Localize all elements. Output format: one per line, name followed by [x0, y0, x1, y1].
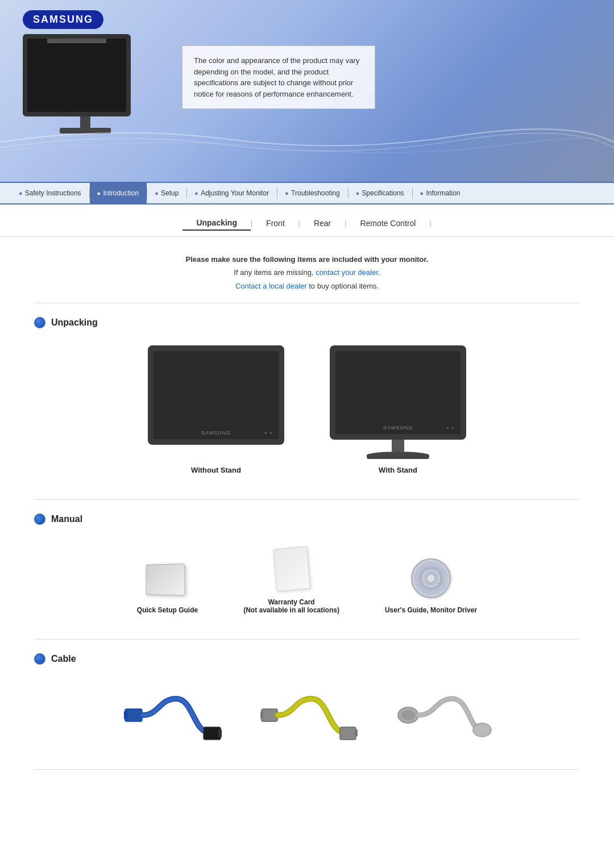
sub-nav-front[interactable]: Front	[252, 216, 298, 230]
manual-section-title: Manual	[51, 514, 82, 524]
intro-line2: If any items are missing, contact your d…	[34, 266, 580, 279]
svg-rect-3	[218, 729, 222, 737]
samsung-logo: SAMSUNG	[23, 10, 103, 29]
nav-safety-instructions[interactable]: Safety Instructions	[11, 183, 89, 203]
intro-text-block: Please make sure the following items are…	[34, 237, 580, 303]
bottom-spacer	[34, 770, 580, 792]
nav-setup[interactable]: Setup	[147, 183, 186, 203]
svg-rect-1	[124, 711, 127, 719]
users-guide-label: User's Guide, Monitor Driver	[385, 606, 477, 614]
svg-rect-6	[340, 727, 356, 740]
monitor-stand-art: ✦ ✦	[324, 345, 472, 459]
monitor-neck	[392, 440, 404, 452]
cable-3-art	[392, 687, 495, 744]
warranty-card-icon	[272, 546, 310, 592]
with-stand-label: With Stand	[379, 466, 417, 474]
contact-dealer-link[interactable]: contact your dealer	[316, 268, 378, 277]
monitor-with-stand: ✦ ✦ With Stand	[324, 345, 472, 474]
cable-section-icon	[34, 653, 45, 665]
svg-rect-2	[204, 727, 221, 740]
manual-section-header: Manual	[34, 514, 580, 525]
cd-icon	[411, 558, 451, 598]
header-banner: SAMSUNG The color and appearance of the …	[0, 0, 614, 182]
unpacking-section-title: Unpacking	[51, 318, 98, 328]
nav-adjusting[interactable]: Adjusting Your Monitor	[187, 183, 277, 203]
intro-line3: Contact a local dealer to buy optional i…	[34, 279, 580, 293]
monitor-base	[367, 452, 429, 459]
sub-nav: Unpacking | Front | Rear | Remote Contro…	[0, 205, 614, 237]
sub-nav-remote-control[interactable]: Remote Control	[346, 216, 429, 230]
monitor-without-stand: ✦ ✦ Without Stand	[142, 345, 290, 474]
svg-point-9	[401, 710, 415, 720]
monitor-no-stand-art: ✦ ✦	[142, 345, 290, 459]
sub-nav-rear[interactable]: Rear	[300, 216, 345, 230]
nav-specifications[interactable]: Specifications	[349, 183, 412, 203]
warranty-card-label: Warranty Card(Not available in all locat…	[243, 598, 339, 614]
cable-2-art	[256, 687, 358, 744]
without-stand-label: Without Stand	[191, 466, 241, 474]
intro-line1: Please make sure the following items are…	[34, 253, 580, 266]
svg-rect-7	[355, 729, 358, 736]
svg-rect-5	[260, 712, 263, 719]
quick-setup-guide-label: Quick Setup Guide	[137, 606, 198, 614]
nav-bar: Safety Instructions Introduction Setup A…	[0, 182, 614, 205]
svg-point-10	[473, 723, 491, 737]
unpacking-section: Unpacking ✦ ✦ Without Stand ✦ ✦	[34, 303, 580, 500]
unpacking-section-header: Unpacking	[34, 317, 580, 328]
sub-nav-sep-4: |	[429, 219, 431, 227]
quick-setup-guide-item: Quick Setup Guide	[137, 564, 198, 614]
manual-section: Manual Quick Setup Guide Warranty Card(N…	[34, 500, 580, 640]
local-dealer-link[interactable]: Contact a local dealer	[235, 282, 307, 290]
cable-section-header: Cable	[34, 653, 580, 665]
main-content: Please make sure the following items are…	[0, 237, 614, 792]
users-guide-item: User's Guide, Monitor Driver	[385, 558, 477, 614]
unpacking-section-icon	[34, 317, 45, 328]
nav-introduction[interactable]: Introduction	[90, 183, 147, 203]
manual-section-icon	[34, 514, 45, 525]
cable-items-grid	[34, 676, 580, 756]
sub-nav-unpacking[interactable]: Unpacking	[182, 216, 251, 231]
warranty-card-item: Warranty Card(Not available in all locat…	[243, 548, 339, 614]
nav-troubleshooting[interactable]: Troubleshooting	[277, 183, 347, 203]
cd-hole	[427, 574, 435, 582]
quick-setup-guide-icon	[145, 564, 190, 598]
cable-section: Cable	[34, 640, 580, 770]
banner-wave-decoration	[0, 119, 614, 153]
cable-1-art	[119, 687, 222, 744]
book-cover-art	[146, 564, 185, 596]
manual-items-grid: Quick Setup Guide Warranty Card(Not avai…	[34, 536, 580, 625]
nav-information[interactable]: Information	[413, 183, 468, 203]
unpacking-items-grid: ✦ ✦ Without Stand ✦ ✦ With Stand	[34, 340, 580, 486]
cable-section-title: Cable	[51, 654, 76, 664]
banner-notice: The color and appearance of the product …	[182, 45, 375, 109]
